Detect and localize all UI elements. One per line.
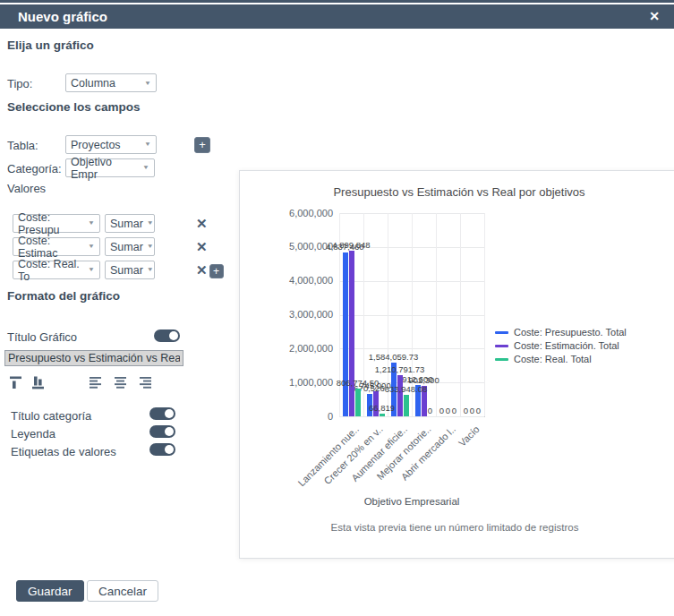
chart-title: Presupuesto vs Estimación vs Real por ob…: [240, 185, 674, 199]
value-field-select-value: Coste: Estimac: [18, 235, 84, 260]
toggle-switch[interactable]: [149, 407, 175, 420]
toggle-row: Título categoría: [11, 407, 175, 425]
chevron-down-icon: ▼: [88, 220, 95, 227]
cancel-button[interactable]: Cancelar: [87, 580, 158, 602]
align-center-icon[interactable]: [114, 376, 129, 392]
bar-value-label: 633,948.08: [385, 384, 428, 394]
bar-value-label: 66,819: [369, 403, 395, 413]
legend-item: Coste: Presupuesto. Total: [495, 327, 627, 338]
chart-title-bottom-icon[interactable]: [31, 375, 47, 393]
bar: [355, 389, 361, 416]
dialog-titlebar: Nuevo gráfico ✕: [0, 4, 674, 29]
toggle-row: Etiquetas de valores: [11, 443, 175, 461]
gridline: [460, 213, 461, 416]
bar: [349, 251, 354, 416]
gridline: [339, 416, 484, 417]
y-tick-label: 0: [240, 411, 333, 422]
bar-value-label: 1,210,791.73: [375, 364, 424, 374]
bar: [397, 375, 403, 416]
legend-item: Coste: Real. Total: [495, 354, 627, 364]
page-behind-strip: [0, 0, 674, 3]
category-label: Categoría:: [7, 162, 62, 175]
bar: [343, 252, 348, 416]
legend-item: Coste: Estimación. Total: [495, 340, 627, 351]
value-field-select-value: Coste: Presupu: [18, 211, 84, 236]
value-agg-select[interactable]: Sumar▼: [105, 237, 155, 256]
x-axis-title: Objetivo Empresarial: [339, 496, 484, 507]
table-select[interactable]: Proyectos ▼: [65, 135, 157, 154]
bar-value-label: 4,899,848: [332, 240, 370, 250]
type-label: Tipo:: [7, 77, 32, 90]
chevron-down-icon: ▼: [142, 165, 149, 171]
chevron-down-icon: ▼: [147, 244, 154, 250]
chart-format-heading: Formato del gráfico: [7, 289, 120, 303]
value-agg-select[interactable]: Sumar▼: [105, 214, 155, 233]
remove-value-icon[interactable]: ✕: [196, 215, 208, 232]
chart-title-toggle[interactable]: [154, 329, 180, 342]
bar-value-label: 0: [452, 406, 456, 415]
chart-title-top-icon[interactable]: [9, 375, 25, 393]
remove-value-icon[interactable]: ✕: [196, 238, 208, 255]
bar-value-label: 1,584,059.73: [369, 352, 418, 362]
y-tick-label: 4,000,000: [240, 275, 333, 286]
bar-value-label: 0: [476, 406, 481, 415]
chevron-down-icon: ▼: [147, 220, 154, 227]
table-select-value: Proyectos: [71, 139, 121, 151]
bar-value-label: 0: [470, 406, 474, 415]
value-agg-select-value: Sumar: [110, 218, 143, 230]
value-field-select[interactable]: Coste: Real. To▼: [13, 261, 100, 279]
save-button[interactable]: Guardar: [16, 580, 84, 602]
table-label: Tabla:: [7, 139, 38, 152]
gridline: [484, 213, 485, 416]
value-agg-select-value: Sumar: [110, 241, 143, 253]
toggle-switch[interactable]: [149, 425, 175, 438]
type-select[interactable]: Columna ▼: [65, 73, 157, 92]
y-tick-label: 6,000,000: [240, 208, 333, 218]
chart-title-input[interactable]: [4, 350, 183, 366]
values-label: Valores: [7, 182, 46, 195]
chevron-down-icon: ▼: [144, 141, 151, 148]
close-icon[interactable]: ✕: [644, 4, 664, 29]
choose-chart-heading: Elija un gráfico: [7, 38, 94, 52]
toggle-switch[interactable]: [149, 443, 175, 456]
y-tick-label: 1,000,000: [240, 377, 333, 388]
dialog-title: Nuevo gráfico: [18, 4, 107, 29]
value-field-select[interactable]: Coste: Presupu▼: [13, 214, 100, 233]
legend-color-dash: [495, 358, 508, 361]
value-rows: Coste: Presupu▼Sumar▼✕Coste: Estimac▼Sum…: [13, 214, 224, 284]
bar-value-label: 806,774.50: [337, 378, 380, 388]
preview-footer-note: Esta vista previa tiene un número limita…: [240, 522, 670, 533]
value-row: Coste: Presupu▼Sumar▼✕: [13, 214, 224, 233]
toggle-row: Leyenda: [11, 425, 175, 443]
bar: [404, 395, 409, 416]
chevron-down-icon: ▼: [88, 244, 95, 250]
value-agg-select[interactable]: Sumar▼: [105, 261, 155, 279]
bar: [380, 414, 385, 416]
format-toggles: Título categoríaLeyendaEtiquetas de valo…: [11, 407, 175, 461]
add-value-icon[interactable]: +: [209, 264, 224, 278]
align-right-icon[interactable]: [139, 376, 154, 392]
category-select[interactable]: Objetivo Empr ▼: [65, 158, 155, 177]
chart-preview-panel: Presupuesto vs Estimación vs Real por ob…: [239, 170, 674, 559]
new-chart-dialog: Nuevo gráfico ✕ Elija un gráfico Tipo: C…: [0, 0, 674, 616]
type-select-value: Columna: [71, 77, 115, 90]
bar-value-label: 0: [464, 406, 468, 415]
add-table-button[interactable]: +: [194, 137, 210, 153]
align-left-icon[interactable]: [89, 376, 104, 392]
toggle-label: Título categoría: [11, 409, 91, 423]
value-field-select[interactable]: Coste: Estimac▼: [13, 237, 100, 256]
remove-value-icon[interactable]: ✕: [196, 261, 208, 278]
chevron-down-icon: ▼: [88, 267, 95, 273]
gridline: [436, 213, 437, 416]
y-tick-label: 5,000,000: [240, 241, 333, 252]
value-agg-select-value: Sumar: [110, 264, 143, 277]
y-tick-label: 2,000,000: [240, 343, 333, 354]
select-fields-heading: Seleccione los campos: [7, 100, 141, 114]
toggle-label: Etiquetas de valores: [11, 445, 116, 458]
legend-color-dash: [495, 345, 508, 347]
category-select-value: Objetivo Empr: [71, 156, 139, 181]
chart-title-toggle-label: Título Gráfico: [7, 330, 77, 344]
bar-value-label: 0: [428, 406, 432, 415]
value-row: Coste: Estimac▼Sumar▼✕: [13, 237, 224, 256]
value-row: Coste: Real. To▼Sumar▼✕+: [13, 261, 224, 279]
